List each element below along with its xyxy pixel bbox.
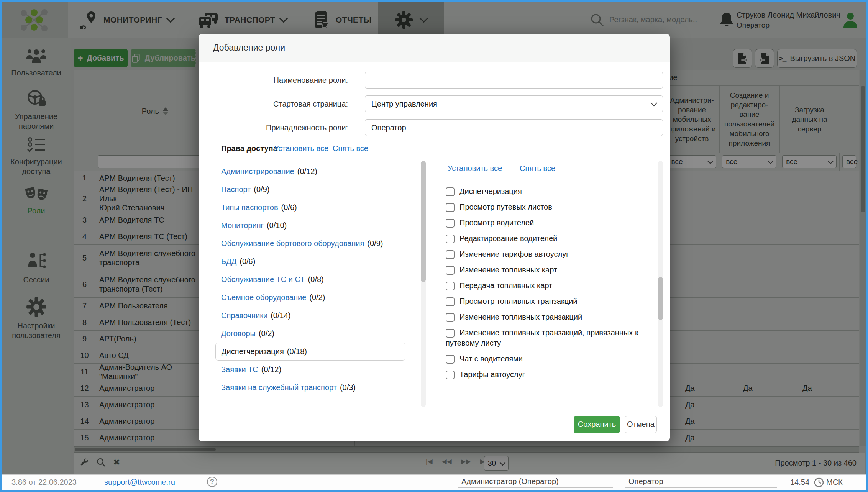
checkbox[interactable] xyxy=(446,297,455,306)
help-icon[interactable]: ? xyxy=(207,477,217,487)
checkbox[interactable] xyxy=(446,355,455,364)
support-email-link[interactable]: support@ttwcome.ru xyxy=(104,478,175,487)
role-name-label: Наименование роли: xyxy=(222,76,348,85)
category-item[interactable]: Съемное оборудование(0/2) xyxy=(215,289,405,307)
category-item[interactable]: Типы паспортов(0/6) xyxy=(215,198,405,216)
checkbox[interactable] xyxy=(446,313,455,322)
permission-item[interactable]: Изменение топливных транзакций xyxy=(446,312,656,322)
permission-item[interactable]: Изменение топливных карт xyxy=(446,265,656,275)
status-time: 14:54 xyxy=(790,478,809,487)
scrollbar-thumb[interactable] xyxy=(658,277,663,320)
checkbox[interactable] xyxy=(446,282,455,290)
category-item[interactable]: Администрирование(0/12) xyxy=(215,162,405,180)
permission-item[interactable]: Передача топливных карт xyxy=(446,280,656,291)
dialog-title: Добавление роли xyxy=(199,34,670,62)
cancel-button[interactable]: Отмена xyxy=(625,416,657,433)
panel-divider xyxy=(405,161,405,407)
status-timezone: МСК xyxy=(826,478,843,487)
permissions-scrollbar[interactable] xyxy=(658,161,663,407)
unset-all-categories-link[interactable]: Снять все xyxy=(333,144,368,153)
version-label: 3.86 от 22.06.2023 xyxy=(11,478,77,487)
checkbox[interactable] xyxy=(446,235,455,243)
window-frame-bottom xyxy=(0,490,868,492)
permission-item[interactable]: Тарифы автоуслуг xyxy=(446,369,656,380)
status-b ar: 3.86 от 22.06.2023 support@ttwcome.ru ? … xyxy=(0,474,868,490)
role-ownership-input[interactable] xyxy=(365,119,663,136)
permissions-list: Диспетчеризация Просмотр путевых листов … xyxy=(446,186,656,380)
window-frame-left xyxy=(0,0,2,492)
start-page-select[interactable]: Центр управления xyxy=(365,95,663,112)
add-role-dialog: Добавление роли Наименование роли: Старт… xyxy=(199,34,670,441)
permission-item[interactable]: Просмотр топливных транзакций xyxy=(446,296,656,307)
checkbox[interactable] xyxy=(446,250,455,259)
permission-item[interactable]: Изменение топливных транзакций, привязан… xyxy=(446,328,656,348)
clock-icon xyxy=(814,477,824,489)
checkbox[interactable] xyxy=(446,203,455,212)
role-ownership-label: Принадлежность роли: xyxy=(222,123,348,132)
category-item[interactable]: Заявки на служебный транспорт(0/3) xyxy=(215,379,405,397)
window-frame-top xyxy=(0,0,868,2)
app-screen: МОНИТОРИНГ ТРАНСПОРТ ОТЧЕТЫ xyxy=(0,0,868,492)
permission-item[interactable]: Просмотр путевых листов xyxy=(446,202,656,212)
window-frame-right xyxy=(866,0,868,492)
set-all-categories-link[interactable]: Установить все xyxy=(274,144,328,153)
footer-divider xyxy=(199,407,670,407)
start-page-label: Стартовая страница: xyxy=(222,100,348,108)
role-name-input[interactable] xyxy=(365,72,663,89)
rights-category-list: Администрирование(0/12) Паспорт(0/9) Тип… xyxy=(215,162,405,397)
unset-all-permissions-link[interactable]: Снять все xyxy=(520,164,555,173)
checkbox[interactable] xyxy=(446,371,455,379)
category-scrollbar[interactable] xyxy=(421,161,426,407)
category-item[interactable]: Обслуживание ТС и СТ(0/8) xyxy=(215,271,405,289)
permission-item[interactable]: Просмотр водителей xyxy=(446,218,656,228)
start-page-value: Центр управления xyxy=(371,100,437,108)
permission-item[interactable]: Редактирование водителей xyxy=(446,233,656,244)
save-button[interactable]: Сохранить xyxy=(574,416,620,433)
scrollbar-thumb[interactable] xyxy=(421,161,426,282)
category-item[interactable]: Обслуживание бортового оборудования(0/9) xyxy=(215,235,405,253)
category-item[interactable]: Справочники(0/14) xyxy=(215,307,405,325)
category-item[interactable]: Мониторинг(0/10) xyxy=(215,216,405,235)
category-item[interactable]: Договоры(0/2) xyxy=(215,325,405,343)
status-role-field[interactable]: Администратор (Оператор) xyxy=(458,476,613,488)
permission-item[interactable]: Изменение тарифов автоуслуг xyxy=(446,249,656,259)
category-item[interactable]: Заявки ТС(0/12) xyxy=(215,361,405,379)
chevron-down-icon xyxy=(650,99,657,106)
category-item[interactable]: Паспорт(0/9) xyxy=(215,180,405,198)
category-item[interactable]: БДД(0/6) xyxy=(215,253,405,271)
set-all-permissions-link[interactable]: Установить все xyxy=(448,164,502,173)
category-item-selected[interactable]: Диспетчеризация(0/18) xyxy=(215,343,405,361)
tab-access-rights[interactable]: Права доступа xyxy=(221,144,277,153)
permission-item[interactable]: Чат с водителями xyxy=(446,354,656,364)
permission-item[interactable]: Диспетчеризация xyxy=(446,186,656,197)
checkbox[interactable] xyxy=(446,329,455,338)
status-operator-field[interactable]: Оператор xyxy=(625,476,777,488)
checkbox[interactable] xyxy=(446,219,455,228)
checkbox[interactable] xyxy=(446,187,455,196)
checkbox[interactable] xyxy=(446,266,455,275)
